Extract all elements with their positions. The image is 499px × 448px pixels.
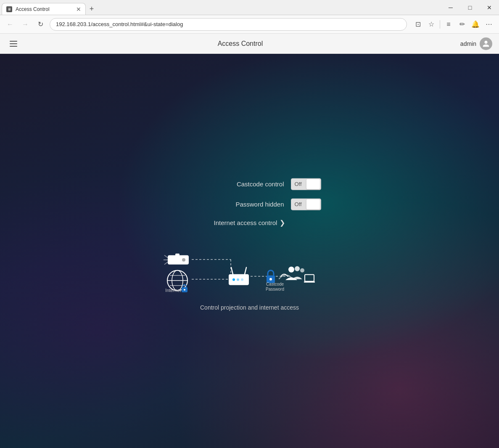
svg-point-26: [269, 278, 272, 280]
hamburger-menu-button[interactable]: [7, 37, 20, 50]
tab-favicon: 🖥: [6, 6, 12, 12]
diagram-caption: Control projection and internet access: [200, 304, 299, 310]
castcode-control-row: Castcode control Off: [178, 178, 321, 190]
app-title: Access Control: [20, 40, 460, 48]
password-toggle[interactable]: Off: [291, 198, 321, 210]
castcode-label: Castcode control: [237, 180, 284, 188]
edit-icon[interactable]: ✏: [456, 19, 468, 30]
password-label: Password hidden: [235, 201, 284, 208]
hamburger-icon: [10, 41, 17, 47]
castcode-toggle-knob: [306, 179, 320, 189]
back-button[interactable]: ←: [4, 19, 16, 30]
chevron-right-icon: ❯: [280, 218, 285, 226]
app-header: Access Control admin: [0, 34, 499, 54]
tab-bar: 🖥 Access Control ✕ +: [0, 0, 98, 15]
user-label: admin: [460, 40, 476, 47]
svg-point-13: [184, 289, 185, 290]
tab-close-button[interactable]: ✕: [76, 6, 81, 12]
forward-button[interactable]: →: [19, 19, 31, 30]
castcode-toggle[interactable]: Off: [291, 178, 321, 190]
tab-title: Access Control: [16, 6, 50, 12]
main-content: Castcode control Off Password hidden Off…: [0, 54, 499, 448]
svg-text:Castcode: Castcode: [266, 281, 284, 286]
reader-view-icon[interactable]: ⊡: [412, 19, 424, 30]
svg-text:Internet: Internet: [165, 287, 181, 292]
svg-line-6: [164, 262, 168, 264]
browser-window: 🖥 Access Control ✕ + ─ □ ✕ ← → ↻ ⊡ ☆ ≡ ✏…: [0, 0, 499, 448]
svg-point-30: [288, 266, 294, 272]
address-bar: ← → ↻ ⊡ ☆ ≡ ✏ 🔔 ⋯: [0, 15, 499, 34]
svg-point-22: [237, 278, 239, 281]
password-control-row: Password hidden Off: [178, 198, 321, 210]
toolbar-divider: [440, 20, 440, 29]
castcode-toggle-text: Off: [295, 181, 302, 187]
svg-point-32: [300, 268, 304, 272]
maximize-button[interactable]: □: [460, 0, 480, 15]
svg-point-31: [295, 266, 300, 271]
new-tab-button[interactable]: +: [86, 3, 98, 15]
minimize-button[interactable]: ─: [441, 0, 460, 15]
browser-actions: ⊡ ☆ ≡ ✏ 🔔 ⋯: [412, 19, 495, 30]
title-bar: 🖥 Access Control ✕ + ─ □ ✕: [0, 0, 499, 15]
svg-point-23: [241, 278, 243, 281]
url-input[interactable]: [50, 18, 407, 31]
svg-rect-3: [175, 253, 180, 256]
password-toggle-knob: [306, 199, 320, 209]
refresh-button[interactable]: ↻: [34, 19, 46, 30]
svg-line-20: [245, 267, 246, 274]
svg-line-4: [164, 255, 168, 257]
window-controls: ─ □ ✕: [441, 0, 499, 15]
diagram-svg: Internet: [161, 247, 338, 294]
internet-access-control-link[interactable]: Internet access control ❯: [214, 218, 285, 226]
user-area: admin: [460, 37, 492, 50]
collections-icon[interactable]: ≡: [443, 19, 454, 30]
active-tab[interactable]: 🖥 Access Control ✕: [2, 3, 86, 15]
controls-panel: Castcode control Off Password hidden Off…: [161, 178, 338, 310]
password-toggle-text: Off: [295, 201, 302, 207]
close-button[interactable]: ✕: [480, 0, 499, 15]
bookmark-icon[interactable]: ☆: [425, 19, 437, 30]
svg-line-19: [231, 267, 233, 274]
internet-link-label: Internet access control: [214, 219, 277, 226]
more-options-icon[interactable]: ⋯: [483, 19, 495, 30]
notifications-icon[interactable]: 🔔: [470, 19, 481, 30]
svg-point-21: [232, 278, 235, 281]
avatar[interactable]: [480, 37, 492, 50]
svg-point-2: [182, 258, 185, 261]
diagram: Internet: [161, 247, 338, 310]
svg-rect-34: [304, 281, 315, 282]
svg-text:Password: Password: [266, 286, 284, 291]
svg-rect-33: [305, 274, 314, 281]
